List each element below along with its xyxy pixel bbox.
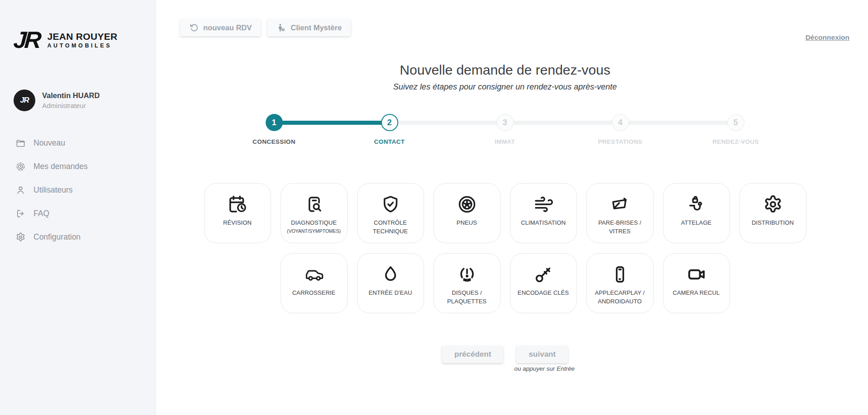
step-label: RENDEZ-VOUS (712, 138, 759, 145)
tile-label: DISTRIBUTION (750, 219, 796, 227)
logout-link[interactable]: Déconnexion (806, 33, 849, 42)
step-circle: 1 (266, 114, 283, 131)
tile-pare-brises[interactable]: PARE-BRISES / VITRES (587, 183, 653, 243)
page-title: Nouvelle demande de rendez-vous (156, 62, 854, 78)
service-tiles: RÉVISION DIAGNOSTIQUE (VOYANT/SYMPTOMES)… (156, 183, 854, 313)
sidebar-item-label: FAQ (33, 209, 49, 218)
wizard-stepper: 1 CONCESSION 2 CONTACT 3 IMMAT 4 PRESTAT… (216, 114, 793, 145)
tile-label: ATTELAGE (679, 219, 714, 227)
tile-pneus[interactable]: PNEUS (434, 183, 501, 243)
step-immat: 3 IMMAT (447, 114, 563, 145)
tire-warning-icon (457, 264, 477, 285)
tile-row-2: CARROSSERIE ENTRÉE D'EAU DISQUES / PLAQU… (156, 253, 854, 313)
previous-button[interactable]: précédent (442, 346, 503, 363)
new-rdv-label: nouveau RDV (203, 24, 252, 32)
step-prestations: 4 PRESTATIONS (563, 114, 678, 145)
wind-icon (533, 194, 554, 215)
calendar-clock-icon (227, 194, 248, 215)
step-label: PRESTATIONS (598, 138, 642, 145)
brand-monogram-icon: JR (13, 28, 43, 52)
avatar: JR (14, 90, 35, 111)
tile-controle-technique[interactable]: CONTRÔLE TECHNIQUE (357, 183, 424, 243)
user-profile: JR Valentin HUARD Administrateur (14, 90, 100, 111)
step-rendez-vous: 5 RENDEZ-VOUS (678, 114, 793, 145)
tile-climatisation[interactable]: CLIMATISATION (510, 183, 577, 243)
tile-disques-plaquettes[interactable]: DISQUES / PLAQUETTES (434, 253, 501, 313)
sidebar-item-mes-demandes[interactable]: Mes demandes (0, 155, 156, 178)
sidebar-item-label: Mes demandes (33, 162, 88, 171)
user-icon (15, 185, 26, 195)
gear-icon (763, 194, 783, 215)
tire-icon (457, 194, 477, 215)
tile-label: PARE-BRISES / VITRES (587, 219, 653, 236)
sidebar-item-faq[interactable]: FAQ (0, 202, 156, 225)
key-icon (533, 264, 554, 285)
step-circle: 5 (727, 114, 744, 131)
tile-carrosserie[interactable]: CARROSSERIE (281, 253, 348, 313)
wizard-footer: précédent suivant (156, 346, 854, 363)
door-exit-icon (15, 208, 26, 219)
tile-revision[interactable]: RÉVISION (204, 183, 271, 243)
sidebar: JR JEAN ROUYER AUTOMOBILES JR Valentin H… (0, 0, 156, 415)
top-actions: nouveau RDV ? Client Mystère (180, 19, 351, 36)
brand-tagline: AUTOMOBILES (47, 42, 117, 49)
tile-camera-recul[interactable]: CAMERA RECUL (663, 253, 730, 313)
step-circle: 3 (496, 114, 514, 131)
sidebar-item-configuration[interactable]: Configuration (0, 225, 156, 249)
sidebar-item-label: Configuration (33, 232, 81, 242)
windshield-wiper-icon (610, 194, 630, 215)
tile-diagnostique[interactable]: DIAGNOSTIQUE (VOYANT/SYMPTOMES) (281, 183, 348, 243)
video-camera-icon (686, 264, 707, 285)
folder-icon (15, 138, 26, 148)
file-search-icon (304, 194, 324, 215)
shield-check-icon (380, 194, 401, 215)
tile-label: CARROSSERIE (291, 289, 338, 297)
mystery-client-button[interactable]: ? Client Mystère (267, 19, 351, 36)
tile-label: ENCODAGE CLÉS (516, 289, 571, 297)
tile-label: CONTRÔLE TECHNIQUE (371, 219, 410, 236)
tile-encodage-cles[interactable]: ENCODAGE CLÉS (510, 253, 577, 313)
tile-label: ENTRÉE D'EAU (367, 289, 414, 297)
rotate-ccw-icon (189, 23, 199, 33)
main-content: nouveau RDV ? Client Mystère Déconnexion… (156, 0, 854, 415)
user-name: Valentin HUARD (42, 91, 100, 100)
tile-row-1: RÉVISION DIAGNOSTIQUE (VOYANT/SYMPTOMES)… (156, 183, 854, 243)
step-label: IMMAT (495, 138, 515, 145)
sidebar-item-label: Utilisateurs (33, 185, 73, 195)
mystery-person-icon: ? (277, 23, 286, 33)
next-button[interactable]: suivant (516, 346, 568, 363)
step-contact: 2 CONTACT (332, 114, 447, 145)
tile-label: APPLECARPLAY / ANDROIDAUTO (593, 289, 646, 306)
tile-label: CLIMATISATION (519, 219, 568, 227)
tile-applecarplay[interactable]: APPLECARPLAY / ANDROIDAUTO (587, 253, 653, 313)
tile-distribution[interactable]: DISTRIBUTION (739, 183, 806, 243)
smartphone-icon (610, 264, 630, 285)
mystery-client-label: Client Mystère (291, 24, 342, 32)
step-circle: 4 (612, 114, 629, 131)
page-subtitle: Suivez les étapes pour consigner un rend… (156, 82, 854, 92)
sidebar-item-label: Nouveau (33, 138, 65, 148)
step-circle: 2 (381, 114, 398, 131)
tile-label: CAMERA RECUL (671, 289, 722, 297)
user-role: Administrateur (42, 102, 100, 109)
brand-logo: JR JEAN ROUYER AUTOMOBILES (14, 28, 117, 52)
step-label: CONCESSION (253, 138, 296, 145)
sidebar-item-nouveau[interactable]: Nouveau (0, 131, 156, 155)
droplet-icon (380, 264, 401, 285)
tile-label: PNEUS (455, 219, 479, 227)
sidebar-item-utilisateurs[interactable]: Utilisateurs (0, 178, 156, 202)
enter-hint: ou appuyer sur Entrée (495, 365, 594, 372)
tow-hitch-icon (686, 194, 707, 215)
tile-entree-eau[interactable]: ENTRÉE D'EAU (357, 253, 424, 313)
tile-attelage[interactable]: ATTELAGE (663, 183, 730, 243)
tile-sublabel: (VOYANT/SYMPTOMES) (287, 228, 341, 234)
car-icon (304, 264, 324, 285)
brand-name: JEAN ROUYER (47, 31, 117, 42)
step-concession: 1 CONCESSION (216, 114, 332, 145)
tile-label: DIAGNOSTIQUE (289, 219, 339, 227)
tile-label: DISQUES / PLAQUETTES (445, 289, 488, 306)
new-rdv-button[interactable]: nouveau RDV (180, 19, 261, 36)
tile-label: RÉVISION (221, 219, 253, 227)
sidebar-nav: Nouveau Mes demandes Utilisateurs FAQ Co… (0, 131, 156, 249)
svg-text:?: ? (282, 28, 284, 31)
